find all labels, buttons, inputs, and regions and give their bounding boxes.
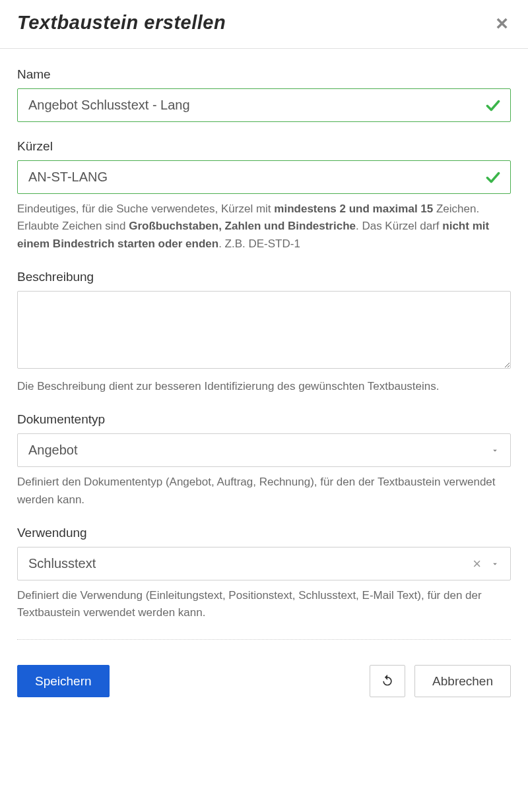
kuerzel-input[interactable] bbox=[17, 160, 511, 194]
kuerzel-input-wrap bbox=[17, 160, 511, 194]
field-verwendung: Verwendung Schlusstext × Definiert die V… bbox=[17, 526, 511, 622]
dialog-footer: Speichern Abbrechen bbox=[0, 646, 528, 717]
dialog-body: Name Kürzel Eindeutiges, für die Suche v… bbox=[0, 49, 528, 646]
checkmark-icon bbox=[484, 97, 502, 114]
save-button[interactable]: Speichern bbox=[17, 665, 110, 697]
chevron-down-icon bbox=[486, 559, 510, 569]
field-kuerzel: Kürzel Eindeutiges, für die Suche verwen… bbox=[17, 139, 511, 253]
kuerzel-hint: Eindeutiges, für die Suche verwendetes, … bbox=[17, 201, 511, 253]
field-beschreibung: Beschreibung Die Beschreibung dient zur … bbox=[17, 270, 511, 395]
dokumententyp-value: Angebot bbox=[18, 434, 486, 466]
field-dokumententyp: Dokumententyp Angebot Definiert den Doku… bbox=[17, 412, 511, 509]
undo-icon bbox=[381, 673, 394, 689]
verwendung-value: Schlusstext bbox=[18, 547, 467, 580]
name-input-wrap bbox=[17, 88, 511, 122]
name-input[interactable] bbox=[17, 88, 511, 122]
hint-text: . Z.B. DE-STD-1 bbox=[218, 237, 300, 250]
cancel-button[interactable]: Abbrechen bbox=[414, 665, 511, 697]
dokumententyp-select[interactable]: Angebot bbox=[17, 433, 511, 467]
checkmark-icon bbox=[484, 169, 502, 186]
hint-text: . Das Kürzel darf bbox=[356, 220, 442, 232]
create-textblock-dialog: Textbaustein erstellen × Name Kürzel bbox=[0, 0, 528, 717]
divider bbox=[17, 639, 511, 640]
verwendung-label: Verwendung bbox=[17, 526, 511, 540]
hint-bold: Großbuchstaben, Zahlen und Bindestriche bbox=[129, 220, 356, 232]
name-label: Name bbox=[17, 67, 511, 82]
verwendung-hint: Definiert die Verwendung (Einleitungstex… bbox=[17, 587, 511, 622]
reset-button[interactable] bbox=[370, 665, 405, 697]
beschreibung-textarea[interactable] bbox=[17, 291, 511, 369]
dokumententyp-label: Dokumententyp bbox=[17, 412, 511, 427]
beschreibung-label: Beschreibung bbox=[17, 270, 511, 284]
hint-text: Eindeutiges, für die Suche verwendetes, … bbox=[17, 203, 274, 215]
dialog-header: Textbaustein erstellen × bbox=[0, 0, 528, 49]
field-name: Name bbox=[17, 67, 511, 122]
dialog-title: Textbaustein erstellen bbox=[17, 12, 226, 34]
dokumententyp-hint: Definiert den Dokumententyp (Angebot, Au… bbox=[17, 474, 511, 509]
verwendung-select[interactable]: Schlusstext × bbox=[17, 547, 511, 580]
clear-icon[interactable]: × bbox=[467, 557, 486, 571]
beschreibung-hint: Die Beschreibung dient zur besseren Iden… bbox=[17, 378, 511, 395]
kuerzel-label: Kürzel bbox=[17, 139, 511, 154]
close-icon[interactable]: × bbox=[493, 13, 511, 34]
hint-bold: mindestens 2 und maximal 15 bbox=[274, 203, 433, 215]
chevron-down-icon bbox=[486, 446, 510, 455]
